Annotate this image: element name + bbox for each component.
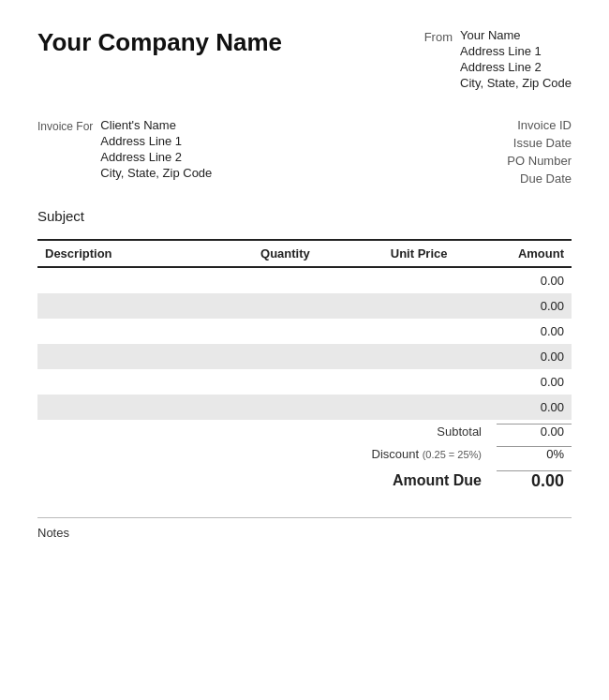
amount-due-label: Amount Due	[309, 472, 497, 489]
invoice-id-label: Invoice ID	[507, 118, 572, 132]
cell-description	[37, 369, 194, 395]
cell-description	[37, 267, 194, 293]
cell-unit-price	[318, 319, 455, 344]
table-row: 0.00	[37, 293, 572, 319]
client-city-state-zip: City, State, Zip Code	[100, 166, 212, 180]
discount-value: 0%	[497, 446, 572, 461]
col-quantity: Quantity	[194, 240, 317, 267]
from-address1: Address Line 1	[460, 44, 572, 58]
cell-quantity	[194, 369, 317, 395]
col-description: Description	[37, 240, 194, 267]
cell-amount: 0.00	[454, 293, 572, 319]
po-number-label: PO Number	[507, 154, 572, 168]
subtotal-row: Subtotal 0.00	[37, 420, 572, 442]
subtotal-label: Subtotal	[309, 424, 497, 439]
subject-block: Subject	[37, 208, 572, 224]
cell-amount: 0.00	[454, 319, 572, 344]
cell-description	[37, 344, 194, 369]
amount-due-row: Amount Due 0.00	[37, 465, 572, 495]
discount-label-text: Discount	[372, 447, 420, 461]
table-header: Description Quantity Unit Price Amount	[37, 240, 572, 267]
discount-row: Discount (0.25 = 25%) 0%	[37, 442, 572, 465]
from-details: Your Name Address Line 1 Address Line 2 …	[460, 28, 572, 90]
cell-amount: 0.00	[454, 267, 572, 293]
items-table: Description Quantity Unit Price Amount 0…	[37, 239, 572, 420]
discount-note: (0.25 = 25%)	[423, 449, 482, 460]
subtotal-value: 0.00	[497, 424, 572, 439]
table-row: 0.00	[37, 395, 572, 420]
cell-unit-price	[318, 344, 455, 369]
col-unit-price: Unit Price	[318, 240, 455, 267]
from-name: Your Name	[460, 28, 572, 42]
table-body: 0.00 0.00 0.00 0.00 0.00 0.00	[37, 267, 572, 420]
bill-to-details: Client's Name Address Line 1 Address Lin…	[100, 118, 212, 186]
col-amount: Amount	[454, 240, 572, 267]
table-row: 0.00	[37, 267, 572, 293]
from-city-state-zip: City, State, Zip Code	[460, 76, 572, 90]
table-row: 0.00	[37, 344, 572, 369]
due-date-label: Due Date	[507, 171, 572, 186]
cell-quantity	[194, 293, 317, 319]
invoice-header: Your Company Name From Your Name Address…	[37, 28, 572, 90]
cell-amount: 0.00	[454, 395, 572, 420]
cell-unit-price	[318, 369, 455, 395]
invoice-for-label: Invoice For	[37, 118, 93, 186]
client-address1: Address Line 1	[100, 134, 212, 148]
invoice-meta: Invoice For Client's Name Address Line 1…	[37, 118, 572, 186]
cell-quantity	[194, 319, 317, 344]
cell-amount: 0.00	[454, 344, 572, 369]
client-name: Client's Name	[100, 118, 212, 132]
cell-quantity	[194, 267, 317, 293]
discount-label: Discount (0.25 = 25%)	[309, 447, 497, 461]
company-name: Your Company Name	[37, 28, 282, 57]
cell-unit-price	[318, 395, 455, 420]
issue-date-label: Issue Date	[507, 136, 572, 150]
table-row: 0.00	[37, 369, 572, 395]
cell-description	[37, 319, 194, 344]
cell-description	[37, 293, 194, 319]
table-row: 0.00	[37, 319, 572, 344]
subject-text: Subject	[37, 208, 84, 224]
cell-unit-price	[318, 293, 455, 319]
cell-unit-price	[318, 267, 455, 293]
invoice-fields: Invoice ID Issue Date PO Number Due Date	[507, 118, 572, 186]
totals-section: Subtotal 0.00 Discount (0.25 = 25%) 0% A…	[37, 420, 572, 495]
notes-label: Notes	[37, 526, 69, 540]
cell-quantity	[194, 344, 317, 369]
notes-section: Notes	[37, 517, 572, 540]
from-address2: Address Line 2	[460, 60, 572, 74]
from-label: From	[424, 28, 453, 90]
bill-to-block: Invoice For Client's Name Address Line 1…	[37, 118, 212, 186]
from-block: From Your Name Address Line 1 Address Li…	[424, 28, 572, 90]
client-address2: Address Line 2	[100, 150, 212, 164]
cell-quantity	[194, 395, 317, 420]
cell-description	[37, 395, 194, 420]
amount-due-value: 0.00	[497, 470, 572, 491]
cell-amount: 0.00	[454, 369, 572, 395]
